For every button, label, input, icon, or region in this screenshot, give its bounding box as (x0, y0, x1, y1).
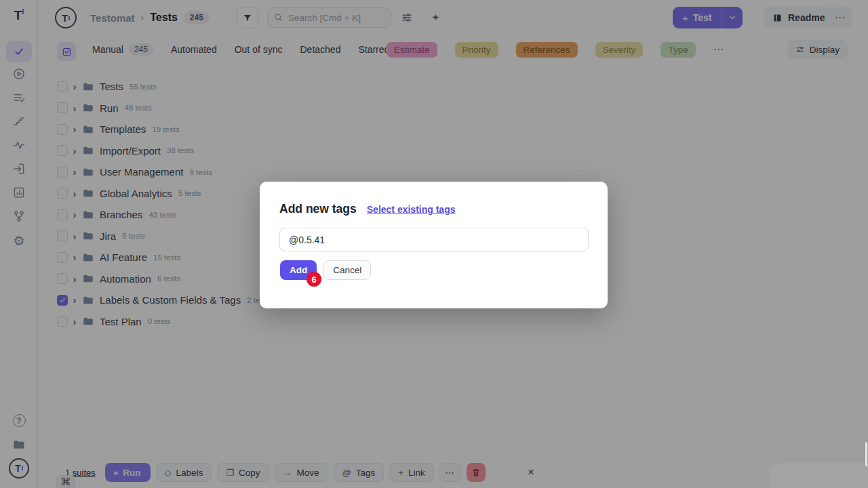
modal-title-row: Add new tags Select existing tags (279, 202, 455, 216)
corner-widget[interactable] (770, 463, 868, 488)
modal-title: Add new tags (279, 202, 357, 216)
select-existing-tags-link[interactable]: Select existing tags (367, 204, 456, 215)
scrollbar-thumb[interactable] (865, 442, 867, 466)
tag-input[interactable] (279, 228, 589, 251)
step-number-badge: 6 (307, 272, 321, 287)
modal-buttons: Add Cancel (280, 260, 371, 280)
add-tags-modal: Add new tags Select existing tags Add Ca… (260, 182, 608, 308)
cancel-button[interactable]: Cancel (323, 260, 371, 280)
